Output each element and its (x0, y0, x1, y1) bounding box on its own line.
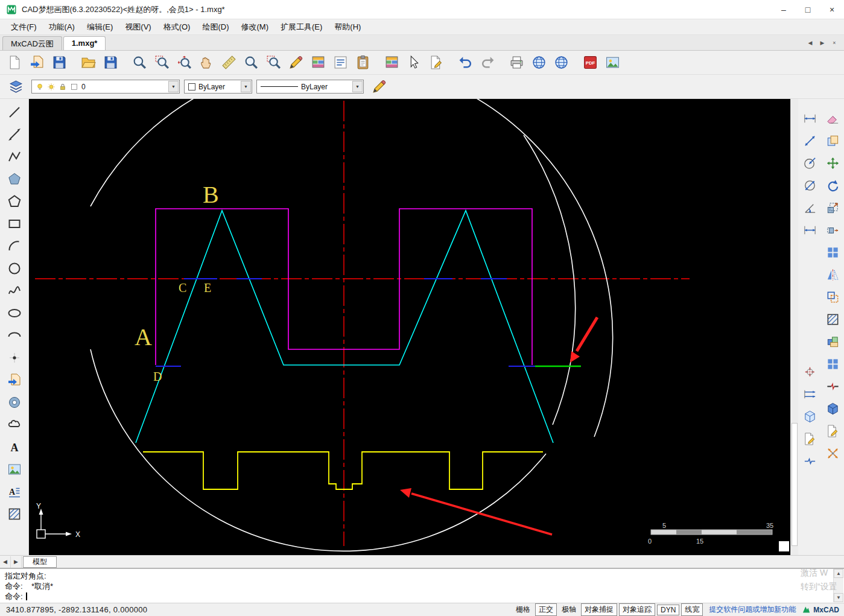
export-pdf-button[interactable] (579, 52, 601, 73)
command-scrollbar[interactable]: ▲ ▼ (833, 569, 843, 602)
layout-next-button[interactable]: ▶ (11, 556, 22, 568)
rectangle-button[interactable] (4, 214, 25, 234)
edit-polyline-button[interactable] (823, 421, 842, 440)
view-cube-button[interactable] (800, 407, 819, 426)
color-select[interactable]: ByLayer ▼ (184, 80, 252, 94)
status-toggle-otrack[interactable]: 对象追踪 (619, 603, 655, 616)
revision-cloud-button[interactable] (4, 414, 25, 435)
undo-button[interactable] (454, 52, 477, 73)
construction-line-button[interactable] (4, 124, 25, 145)
vscroll-thumb[interactable] (792, 423, 798, 546)
ellipse-arc-button[interactable] (4, 325, 25, 346)
donut-button[interactable] (4, 392, 25, 413)
menu-edit[interactable]: 编辑(E) (81, 20, 119, 34)
command-panel[interactable]: 指定对角点: 命令: *取消* 命令: (0, 568, 844, 603)
array-button[interactable] (823, 243, 842, 262)
print-button[interactable] (506, 52, 528, 73)
menu-draw[interactable]: 绘图(D) (196, 20, 235, 34)
label-c[interactable]: C (179, 281, 186, 294)
polygon-button[interactable] (4, 169, 25, 189)
label-d[interactable]: D (153, 370, 162, 383)
measure-scale-button[interactable] (218, 52, 240, 73)
draw-settings-button[interactable] (368, 77, 390, 97)
zoom-previous-button[interactable] (129, 52, 151, 73)
dim-continue-button[interactable] (800, 384, 819, 404)
pan-button[interactable] (195, 52, 218, 73)
menu-file[interactable]: 文件(F) (5, 20, 43, 34)
label-e[interactable]: E (204, 281, 211, 294)
spline-button[interactable] (4, 281, 25, 301)
stretch-button[interactable] (823, 220, 842, 240)
erase-button[interactable] (823, 109, 842, 128)
insert-block-button[interactable] (4, 370, 25, 390)
linetype-dropdown-arrow-icon[interactable]: ▼ (352, 81, 363, 92)
drawing-viewport[interactable]: B A C E D Y X (29, 99, 790, 555)
layer-properties-button[interactable] (5, 77, 27, 97)
outer-circle-top-arc[interactable] (90, 99, 613, 437)
maximize-button[interactable]: □ (796, 0, 820, 19)
cyan-tooth-flanks[interactable] (136, 211, 553, 443)
tab-prev-button[interactable]: ◀ (805, 38, 815, 48)
menu-view[interactable]: 视图(V) (119, 20, 157, 34)
mtext-button[interactable] (4, 481, 25, 502)
publish-web-button[interactable] (528, 52, 550, 73)
text-style-button[interactable] (329, 52, 352, 73)
polygon-outline-button[interactable] (4, 191, 25, 212)
redo-button[interactable] (477, 52, 499, 73)
open-drawing-button[interactable] (26, 52, 48, 73)
tab-close-button[interactable]: × (830, 38, 839, 48)
status-toggle-grid[interactable]: 栅格 (513, 604, 533, 615)
zoom-extents-button[interactable] (173, 52, 195, 73)
line-button[interactable] (4, 102, 25, 122)
close-button[interactable]: × (820, 0, 844, 19)
dim-center-mark-button[interactable] (800, 362, 819, 381)
open-website-button[interactable] (550, 52, 573, 73)
tab-drawing-1[interactable]: 1.mxg* (63, 36, 106, 50)
block-library-button[interactable] (823, 354, 842, 373)
rotate-button[interactable] (823, 176, 842, 195)
status-toggle-dyn[interactable]: DYN (657, 605, 679, 615)
sketch-button[interactable] (285, 52, 307, 73)
copy-button[interactable] (823, 131, 842, 150)
command-scroll-down-icon[interactable]: ▼ (834, 593, 843, 602)
break-button[interactable] (823, 376, 842, 396)
scale-button[interactable] (823, 198, 842, 217)
yellow-bottom-profile[interactable] (143, 452, 543, 489)
ellipse-button[interactable] (4, 303, 25, 323)
text-button[interactable] (4, 437, 25, 457)
open-folder-button[interactable] (77, 52, 100, 73)
label-a[interactable]: A (135, 323, 152, 351)
dim-break-button[interactable] (800, 451, 819, 471)
dim-rotated-button[interactable] (800, 220, 819, 240)
save-as-button[interactable] (100, 52, 122, 73)
inner-right-arc[interactable] (524, 135, 576, 425)
circle-button[interactable] (4, 258, 25, 279)
status-toggle-polar[interactable]: 极轴 (559, 604, 579, 615)
polyline-button[interactable] (4, 147, 25, 167)
dim-radius-button[interactable] (800, 153, 819, 173)
linetype-select[interactable]: ByLayer ▼ (256, 80, 364, 94)
explode-button[interactable] (823, 443, 842, 463)
dim-aligned-button[interactable] (800, 131, 819, 150)
hatch-edit-button[interactable] (823, 310, 842, 329)
canvas-area[interactable]: B A C E D Y X (29, 99, 790, 555)
status-toggle-osnap[interactable]: 对象捕捉 (581, 603, 617, 616)
save-button[interactable] (48, 52, 71, 73)
layout-prev-button[interactable]: ◀ (0, 556, 11, 568)
create-block-button[interactable] (823, 332, 842, 351)
menu-format[interactable]: 格式(O) (157, 20, 197, 34)
status-toggle-ortho[interactable]: 正交 (535, 603, 557, 616)
find-button[interactable] (262, 52, 285, 73)
dim-style-button[interactable] (800, 429, 819, 448)
zoom-window-button[interactable] (151, 52, 173, 73)
paste-clipboard-button[interactable] (352, 52, 374, 73)
layer-manager-button[interactable] (381, 52, 403, 73)
menu-help[interactable]: 帮助(H) (328, 20, 367, 34)
solid-3d-button[interactable] (823, 399, 842, 418)
arc-button[interactable] (4, 236, 25, 256)
tab-mxcad-cloud[interactable]: MxCAD云图 (2, 36, 62, 50)
model-tab[interactable]: 模型 (23, 556, 57, 568)
dim-diameter-button[interactable] (800, 176, 819, 195)
command-prompt-line[interactable]: 命令: (5, 591, 839, 602)
status-toggle-lineweight[interactable]: 线宽 (681, 603, 703, 616)
